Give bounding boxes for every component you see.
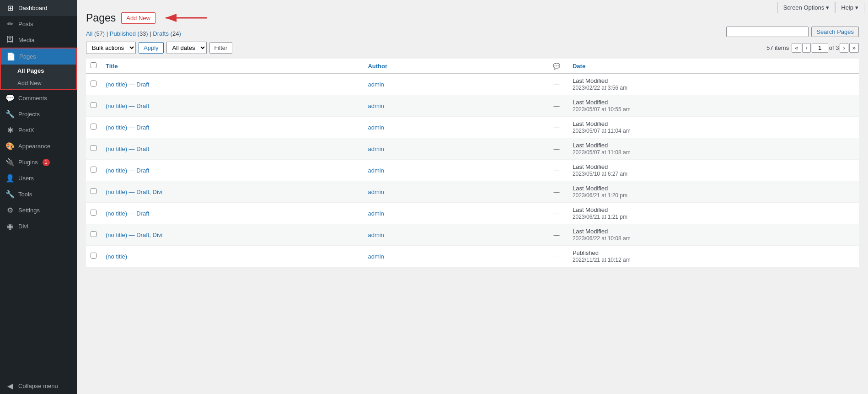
date-value: 2022/11/21 at 10:12 am — [573, 257, 631, 263]
th-comments[interactable]: 💬 — [545, 59, 568, 74]
first-page-button[interactable]: « — [792, 43, 801, 53]
sidebar-item-label: Posts — [18, 21, 33, 27]
th-author[interactable]: Author — [363, 59, 545, 74]
row-date-cell: Published 2022/11/21 at 10:12 am — [568, 246, 859, 267]
page-title-link[interactable]: (no title) — [106, 253, 127, 260]
date-value: 2023/05/07 at 11:04 am — [573, 128, 631, 134]
table-row: (no title) — Draft, Divi admin — Last Mo… — [86, 181, 859, 203]
row-comments-cell: — — [545, 160, 568, 181]
row-author-cell: admin — [363, 160, 545, 181]
author-link[interactable]: admin — [368, 146, 384, 152]
sidebar-item-tools[interactable]: 🔧 Tools — [0, 186, 77, 202]
sidebar-item-plugins[interactable]: 🔌 Plugins 1 — [0, 154, 77, 170]
bulk-actions-select[interactable]: Bulk actions — [86, 42, 136, 54]
row-checkbox[interactable] — [91, 253, 96, 259]
date-value: 2023/05/07 at 11:08 am — [573, 149, 631, 156]
help-button[interactable]: Help ▾ — [835, 2, 864, 13]
author-link[interactable]: admin — [368, 232, 384, 238]
table-row: (no title) — Draft admin — Last Modified… — [86, 74, 859, 95]
row-checkbox[interactable] — [91, 167, 96, 173]
last-page-button[interactable]: » — [849, 43, 859, 53]
sidebar-item-media[interactable]: 🖼 Media — [0, 32, 77, 48]
author-link[interactable]: admin — [368, 81, 384, 88]
sidebar-item-dashboard[interactable]: ⊞ Dashboard — [0, 0, 77, 16]
row-checkbox[interactable] — [91, 81, 96, 86]
search-pages-button[interactable]: Search Pages — [811, 27, 859, 37]
row-title-cell: (no title) — Draft — [101, 95, 363, 117]
sidebar-item-label: PostX — [18, 127, 34, 134]
prev-page-button[interactable]: ‹ — [802, 43, 810, 53]
sidebar-item-projects[interactable]: 🔧 Projects — [0, 106, 77, 122]
row-checkbox[interactable] — [91, 210, 96, 216]
author-link[interactable]: admin — [368, 189, 384, 195]
page-title-link[interactable]: (no title) — Draft, Divi — [106, 189, 162, 195]
users-icon: 👤 — [5, 174, 15, 183]
page-title-link[interactable]: (no title) — Draft — [106, 167, 149, 174]
row-date-cell: Last Modified 2023/05/07 at 11:04 am — [568, 117, 859, 138]
sidebar-item-divi[interactable]: ◉ Divi — [0, 218, 77, 234]
collapse-menu[interactable]: ◀ Collapse menu — [0, 372, 77, 394]
row-check-cell — [86, 224, 101, 246]
select-all-checkbox[interactable] — [91, 62, 96, 68]
add-new-button[interactable]: Add New — [121, 12, 155, 24]
row-comments-cell: — — [545, 224, 568, 246]
filter-all-link[interactable]: All (57) — [86, 30, 105, 37]
next-page-button[interactable]: › — [840, 43, 848, 53]
table-row: (no title) — Draft, Divi admin — Last Mo… — [86, 224, 859, 246]
sidebar-item-settings[interactable]: ⚙ Settings — [0, 202, 77, 218]
author-link[interactable]: admin — [368, 253, 384, 260]
page-title-link[interactable]: (no title) — Draft — [106, 124, 149, 131]
pages-nav-group: 📄 Pages All Pages Add New — [0, 48, 77, 90]
sidebar-item-appearance[interactable]: 🎨 Appearance — [0, 138, 77, 154]
row-title-cell: (no title) — Draft, Divi — [101, 181, 363, 203]
filter-drafts-link[interactable]: Drafts (24) — [153, 30, 181, 37]
author-link[interactable]: admin — [368, 103, 384, 109]
sidebar-item-postx[interactable]: ✱ PostX — [0, 122, 77, 138]
search-input[interactable] — [726, 27, 809, 37]
page-title-link[interactable]: (no title) — Draft, Divi — [106, 232, 162, 238]
author-link[interactable]: admin — [368, 124, 384, 131]
author-link[interactable]: admin — [368, 167, 384, 174]
row-date-cell: Last Modified 2023/05/10 at 6:27 am — [568, 160, 859, 181]
row-checkbox[interactable] — [91, 102, 96, 108]
page-title-link[interactable]: (no title) — Draft — [106, 210, 149, 217]
sidebar-add-new[interactable]: Add New — [1, 77, 76, 89]
row-checkbox[interactable] — [91, 145, 96, 151]
current-page-input[interactable] — [812, 43, 828, 53]
apply-button[interactable]: Apply — [139, 42, 164, 54]
row-title-cell: (no title) — Draft — [101, 117, 363, 138]
filter-button[interactable]: Filter — [209, 42, 233, 54]
author-link[interactable]: admin — [368, 210, 384, 217]
page-header: Pages Add New — [86, 11, 859, 25]
pages-table: Title Author 💬 Date (no title) — Draft a… — [86, 59, 859, 267]
row-checkbox[interactable] — [91, 188, 96, 194]
collapse-icon: ◀ — [5, 382, 15, 390]
sidebar-item-pages[interactable]: 📄 Pages — [1, 49, 76, 65]
dates-filter-select[interactable]: All dates — [166, 42, 207, 54]
sidebar-item-comments[interactable]: 💬 Comments — [0, 90, 77, 106]
page-title-link[interactable]: (no title) — Draft — [106, 146, 149, 152]
row-author-cell: admin — [363, 74, 545, 95]
row-checkbox[interactable] — [91, 124, 96, 130]
row-checkbox[interactable] — [91, 231, 96, 237]
sidebar-item-label: Plugins — [18, 159, 38, 166]
th-title[interactable]: Title — [101, 59, 363, 74]
sidebar-item-posts[interactable]: ✏ Posts — [0, 16, 77, 32]
projects-icon: 🔧 — [5, 110, 15, 119]
date-value: 2023/06/22 at 10:08 am — [573, 235, 631, 242]
th-date[interactable]: Date — [568, 59, 859, 74]
date-label: Last Modified — [573, 163, 608, 170]
plugins-icon: 🔌 — [5, 158, 15, 167]
row-title-cell: (no title) — [101, 246, 363, 267]
screen-options-button[interactable]: Screen Options ▾ — [777, 2, 836, 13]
page-title-link[interactable]: (no title) — Draft — [106, 103, 149, 109]
table-row: (no title) — Draft admin — Last Modified… — [86, 138, 859, 160]
sidebar-all-pages[interactable]: All Pages — [1, 65, 76, 77]
page-title-link[interactable]: (no title) — Draft — [106, 81, 149, 88]
sidebar-item-label: Dashboard — [18, 5, 48, 11]
sidebar-item-users[interactable]: 👤 Users — [0, 170, 77, 186]
filter-published-link[interactable]: Published (33) — [110, 30, 148, 37]
row-title-cell: (no title) — Draft — [101, 74, 363, 95]
sidebar: ⊞ Dashboard ✏ Posts 🖼 Media 📄 Pages All … — [0, 0, 77, 394]
date-value: 2023/05/10 at 6:27 am — [573, 171, 627, 177]
